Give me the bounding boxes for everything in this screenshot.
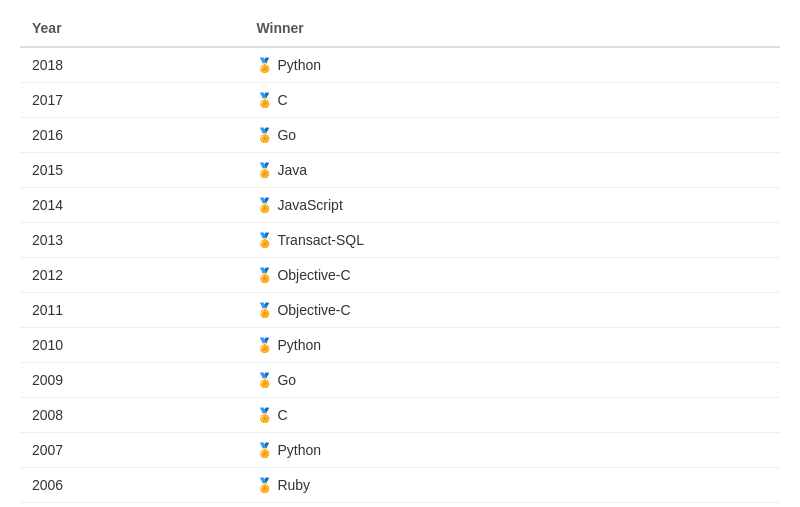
winner-cell: 🏅JavaScript	[244, 188, 780, 223]
year-cell: 2016	[20, 118, 244, 153]
table-row: 2010🏅Python	[20, 328, 780, 363]
winner-column-header: Winner	[244, 10, 780, 47]
winner-cell: 🏅Go	[244, 118, 780, 153]
winner-cell: 🏅Java	[244, 153, 780, 188]
winner-name: Python	[277, 337, 321, 353]
table-row: 2016🏅Go	[20, 118, 780, 153]
year-cell: 2010	[20, 328, 244, 363]
trophy-icon: 🏅	[256, 267, 273, 283]
trophy-icon: 🏅	[256, 337, 273, 353]
table-row: 2009🏅Go	[20, 363, 780, 398]
table-row: 2008🏅C	[20, 398, 780, 433]
winner-name: Java	[277, 162, 307, 178]
year-cell: 2014	[20, 188, 244, 223]
table-row: 2005🏅Java	[20, 503, 780, 508]
winner-name: C	[277, 407, 287, 423]
winner-name: Ruby	[277, 477, 310, 493]
table-row: 2007🏅Python	[20, 433, 780, 468]
year-cell: 2015	[20, 153, 244, 188]
year-cell: 2006	[20, 468, 244, 503]
year-cell: 2005	[20, 503, 244, 508]
winner-cell: 🏅Go	[244, 363, 780, 398]
table-row: 2015🏅Java	[20, 153, 780, 188]
winner-cell: 🏅Ruby	[244, 468, 780, 503]
table-row: 2014🏅JavaScript	[20, 188, 780, 223]
winner-cell: 🏅Python	[244, 328, 780, 363]
winner-cell: 🏅Python	[244, 433, 780, 468]
table-header-row: Year Winner	[20, 10, 780, 47]
winners-table: Year Winner 2018🏅Python2017🏅C2016🏅Go2015…	[20, 10, 780, 507]
trophy-icon: 🏅	[256, 442, 273, 458]
year-cell: 2017	[20, 83, 244, 118]
winner-name: C	[277, 92, 287, 108]
table-row: 2017🏅C	[20, 83, 780, 118]
year-cell: 2018	[20, 47, 244, 83]
winner-name: Go	[277, 127, 296, 143]
year-cell: 2008	[20, 398, 244, 433]
trophy-icon: 🏅	[256, 57, 273, 73]
year-column-header: Year	[20, 10, 244, 47]
trophy-icon: 🏅	[256, 407, 273, 423]
winner-cell: 🏅Java	[244, 503, 780, 508]
winner-cell: 🏅C	[244, 83, 780, 118]
winner-name: Go	[277, 372, 296, 388]
winner-cell: 🏅Transact-SQL	[244, 223, 780, 258]
table-row: 2012🏅Objective-C	[20, 258, 780, 293]
winner-name: Python	[277, 57, 321, 73]
winner-cell: 🏅Python	[244, 47, 780, 83]
trophy-icon: 🏅	[256, 302, 273, 318]
table-row: 2018🏅Python	[20, 47, 780, 83]
winner-name: Objective-C	[277, 267, 350, 283]
trophy-icon: 🏅	[256, 162, 273, 178]
year-cell: 2012	[20, 258, 244, 293]
winner-name: JavaScript	[277, 197, 342, 213]
trophy-icon: 🏅	[256, 372, 273, 388]
winner-name: Transact-SQL	[277, 232, 364, 248]
trophy-icon: 🏅	[256, 127, 273, 143]
year-cell: 2011	[20, 293, 244, 328]
trophy-icon: 🏅	[256, 232, 273, 248]
winner-cell: 🏅C	[244, 398, 780, 433]
winner-cell: 🏅Objective-C	[244, 293, 780, 328]
winner-cell: 🏅Objective-C	[244, 258, 780, 293]
table-row: 2006🏅Ruby	[20, 468, 780, 503]
table-row: 2011🏅Objective-C	[20, 293, 780, 328]
table-row: 2013🏅Transact-SQL	[20, 223, 780, 258]
year-cell: 2009	[20, 363, 244, 398]
table-container: Year Winner 2018🏅Python2017🏅C2016🏅Go2015…	[0, 0, 800, 507]
trophy-icon: 🏅	[256, 477, 273, 493]
winner-name: Python	[277, 442, 321, 458]
trophy-icon: 🏅	[256, 92, 273, 108]
year-cell: 2007	[20, 433, 244, 468]
year-cell: 2013	[20, 223, 244, 258]
winner-name: Objective-C	[277, 302, 350, 318]
trophy-icon: 🏅	[256, 197, 273, 213]
